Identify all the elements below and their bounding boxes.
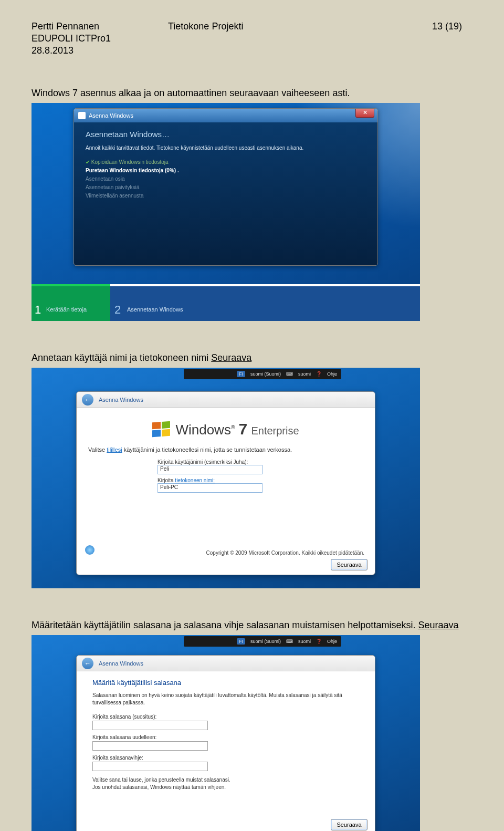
date-line: 28.8.2013: [32, 45, 472, 56]
lang-code[interactable]: FI: [237, 371, 245, 377]
lang-code[interactable]: FI: [237, 638, 245, 645]
project-title: Tietokone Projekti: [168, 21, 315, 32]
username-label: Kirjoita käyttäjänimi (esimerkiksi Juha)…: [158, 459, 294, 465]
page-number: 13 (19): [315, 21, 472, 32]
password-confirm-input[interactable]: [92, 741, 208, 751]
install-dialog: Asenna Windows ✕ Asennetaan Windows… Ann…: [74, 108, 378, 266]
help-label: Ohje: [327, 639, 337, 644]
copyright: Copyright © 2009 Microsoft Corporation. …: [206, 550, 364, 556]
windows-logo-text: Windows® 7 Enterprise: [175, 420, 299, 438]
password-hint-input[interactable]: [92, 762, 208, 771]
stage-2-label: Asennetaan Windows: [127, 306, 183, 313]
help-icon[interactable]: ❓: [316, 371, 322, 377]
step-components: Asennetaan osia: [86, 175, 366, 183]
course-line: EDUPOLI ICTPro1: [32, 33, 472, 44]
dialog-title: Asenna Windows: [99, 397, 143, 403]
password-heading: Määritä käyttäjätilisi salasana: [92, 679, 359, 687]
step-updates: Asennetaan päivityksiä: [86, 183, 366, 192]
stage-2-num: 2: [114, 303, 121, 317]
lang-kb: suomi: [298, 639, 311, 644]
dialog-title: Asenna Windows: [99, 660, 143, 667]
screenshot-username: FI suomi (Suomi) ⌨ suomi ❓ Ohje ← Asenna…: [32, 368, 420, 588]
close-button[interactable]: ✕: [355, 108, 374, 118]
windows-logo: Windows® 7 Enterprise: [88, 420, 363, 438]
password-hint-label: Kirjoita salasanavihje:: [92, 755, 359, 761]
username-input[interactable]: Peli: [158, 465, 262, 474]
hint산-note: Valitse sana tai lause, jonka perusteell…: [92, 776, 359, 791]
step-extract: Puretaan Windowsin tiedostoja (0%) .: [86, 167, 366, 175]
windows-flag-icon: [152, 421, 170, 437]
paragraph-2: Annetaan käyttäjä nimi ja tietokoneen ni…: [32, 352, 472, 363]
language-bar[interactable]: FI suomi (Suomi) ⌨ suomi ❓ Ohje: [184, 636, 341, 647]
password-note: Salasanan luominen on hyvä keino suojata…: [92, 692, 359, 707]
lang-kb-icon: ⌨: [286, 371, 293, 377]
step-copy: Kopioidaan Windowsin tiedostoja: [86, 158, 366, 167]
lang-kb-icon: ⌨: [286, 639, 293, 644]
home-icon[interactable]: [85, 545, 94, 555]
lang-name: suomi (Suomi): [250, 639, 281, 644]
help-label: Ohje: [327, 371, 337, 377]
password-confirm-label: Kirjoita salasana uudelleen:: [92, 734, 359, 740]
paragraph-1: Windows 7 asennus alkaa ja on automaatti…: [32, 88, 472, 99]
install-info: Annoit kaikki tarvittavat tiedot. Tietok…: [86, 145, 366, 151]
password-label: Kirjoita salasana (suositus):: [92, 714, 359, 720]
account-link[interactable]: tilillesi: [107, 446, 122, 453]
install-progress-bar: 1 Kerätään tietoja 2 Asennetaan Windows: [32, 284, 420, 321]
password-dialog: ← Asenna Windows Määritä käyttäjätilisi …: [76, 655, 375, 831]
next-button[interactable]: Seuraava: [331, 559, 368, 570]
next-button[interactable]: Seuraava: [331, 819, 368, 830]
install-steps: Kopioidaan Windowsin tiedostoja Puretaan…: [86, 158, 366, 200]
lang-kb: suomi: [298, 371, 311, 377]
back-button[interactable]: ←: [82, 394, 93, 406]
dialog-title: Asenna Windows: [89, 112, 133, 119]
password-input[interactable]: [92, 721, 208, 730]
language-bar[interactable]: FI suomi (Suomi) ⌨ suomi ❓ Ohje: [184, 369, 341, 379]
paragraph-3: Määritetään käyttäjätilin salasana ja sa…: [32, 620, 472, 631]
screenshot-install-progress: Asenna Windows ✕ Asennetaan Windows… Ann…: [32, 103, 420, 321]
window-icon: [78, 112, 86, 119]
stage-1-num: 1: [35, 303, 41, 317]
install-heading: Asennetaan Windows…: [86, 130, 366, 139]
dialog-titlebar: ← Asenna Windows: [77, 392, 375, 408]
back-button[interactable]: ←: [82, 658, 93, 669]
dialog-titlebar: ← Asenna Windows: [77, 656, 375, 671]
instruction-text: Valitse tilillesi käyttäjänimi ja tietok…: [88, 446, 363, 453]
stage-1-label: Kerätään tietoja: [46, 306, 87, 313]
screenshot-password: FI suomi (Suomi) ⌨ suomi ❓ Ohje ← Asenna…: [32, 635, 420, 831]
author: Pertti Pennanen: [32, 21, 168, 32]
page-header: Pertti Pennanen Tietokone Projekti 13 (1…: [32, 21, 472, 32]
lang-name: suomi (Suomi): [250, 371, 281, 377]
username-dialog: ← Asenna Windows Windows® 7 Enterprise V…: [76, 391, 375, 575]
dialog-titlebar: Asenna Windows: [74, 109, 377, 122]
pcname-input[interactable]: Peli-PC: [158, 483, 262, 493]
help-icon[interactable]: ❓: [316, 639, 322, 644]
step-finalize: Viimeistellään asennusta: [86, 192, 366, 200]
pcname-label: Kirjoita tietokoneen nimi:: [158, 477, 294, 483]
